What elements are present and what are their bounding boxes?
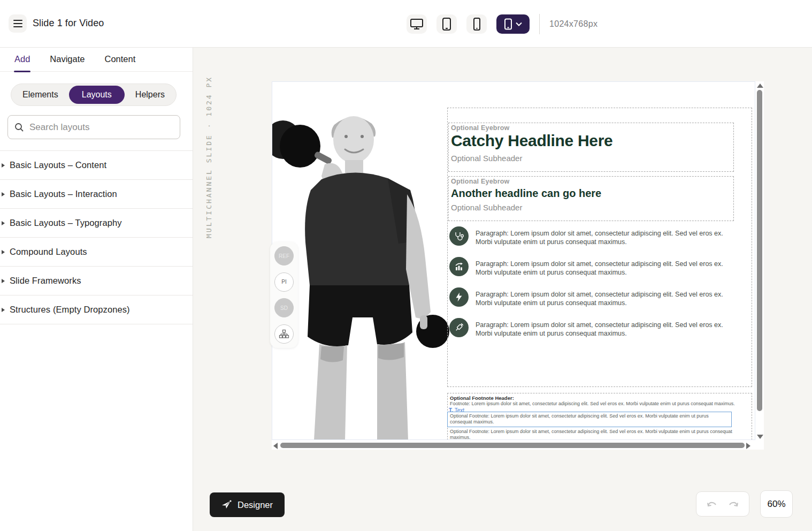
section-basic-layouts-typography[interactable]: Basic Layouts – Typography <box>0 209 193 238</box>
footnote-line[interactable]: Optional Footnote: Lorem ipsum dolor sit… <box>450 429 749 440</box>
undo-icon[interactable] <box>706 500 718 509</box>
headline-text[interactable]: Another headline can go here <box>451 187 733 200</box>
slide-side-toolbar: REF PI SD <box>270 242 298 348</box>
page-title: Slide 1 for Video <box>33 18 104 29</box>
chevron-down-icon <box>516 22 522 26</box>
section-compound-layouts[interactable]: Compound Layouts <box>0 238 193 267</box>
topbar-divider <box>539 14 540 34</box>
tab-content[interactable]: Content <box>104 54 135 65</box>
sd-button[interactable]: SD <box>274 298 294 317</box>
caret-right-icon <box>2 163 5 168</box>
subheader-text[interactable]: Optional Subheader <box>451 203 733 212</box>
tablet-icon[interactable] <box>436 14 457 34</box>
stethoscope-icon <box>449 226 469 246</box>
layout-section-list: Basic Layouts – Content Basic Layouts – … <box>0 150 193 324</box>
vertical-scrollbar[interactable] <box>757 90 762 411</box>
tablet-selected-icon <box>504 18 512 30</box>
top-bar: Slide 1 for Video 1024x768px <box>0 0 812 48</box>
category-pill-group: Elements Layouts Helpers <box>11 84 177 106</box>
paragraph-row[interactable]: Paragraph: Lorem ipsum dolor sit amet, c… <box>449 318 738 338</box>
slide-preview[interactable]: Optional Eyebrow Catchy Headline Here Op… <box>272 81 755 440</box>
slide-photo-man-with-dumbbell[interactable] <box>272 109 454 440</box>
growth-chart-icon <box>449 257 469 276</box>
search-layouts-box <box>7 115 180 139</box>
footnote-line-selected[interactable]: Optional Footnote: Lorem ipsum dolor sit… <box>447 412 732 427</box>
sidebar: Add Navigate Content Elements Layouts He… <box>0 48 193 531</box>
menu-icon[interactable] <box>9 14 27 33</box>
horizontal-scrollbar[interactable] <box>280 443 745 448</box>
paragraph-row[interactable]: Paragraph: Lorem ipsum dolor sit amet, c… <box>449 226 738 247</box>
header-block-2[interactable]: Optional Eyebrow Another headline can go… <box>448 176 734 221</box>
ref-button[interactable]: REF <box>274 246 294 266</box>
tab-add[interactable]: Add <box>14 54 30 65</box>
lightning-icon <box>449 287 469 307</box>
footnote-header[interactable]: Optional Footnote Header: <box>450 395 749 401</box>
pill-helpers[interactable]: Helpers <box>126 86 174 104</box>
caret-right-icon <box>2 221 5 225</box>
redo-icon[interactable] <box>727 500 739 509</box>
caret-right-icon <box>2 192 5 196</box>
footnote-line[interactable]: Footnote: Lorem ipsum dolor sit amet, co… <box>450 401 749 407</box>
headline-text[interactable]: Catchy Headline Here <box>451 132 733 150</box>
search-input[interactable] <box>29 122 173 133</box>
sitemap-icon[interactable] <box>274 324 294 344</box>
section-structures-empty-dropzones[interactable]: Structures (Empty Dropzones) <box>0 295 193 324</box>
paragraph-row[interactable]: Paragraph: Lorem ipsum dolor sit amet, c… <box>449 257 738 277</box>
section-slide-frameworks[interactable]: Slide Frameworks <box>0 267 193 295</box>
zoom-level-button[interactable]: 60% <box>760 490 793 518</box>
caret-right-icon <box>2 308 5 312</box>
phone-icon[interactable] <box>466 14 487 34</box>
pi-button[interactable]: PI <box>274 272 294 292</box>
subheader-text[interactable]: Optional Subheader <box>451 154 733 163</box>
device-selector-dropdown[interactable] <box>496 14 530 34</box>
canvas-size-label: 1024x768px <box>549 19 597 29</box>
canvas-area: MULTICHANNEL SLIDE · 1024 PX <box>193 48 812 531</box>
header-block-1[interactable]: Optional Eyebrow Catchy Headline Here Op… <box>448 123 734 172</box>
scroll-left-arrow[interactable] <box>273 443 278 449</box>
slide-viewport: Optional Eyebrow Catchy Headline Here Op… <box>272 81 764 450</box>
sidebar-tabs: Add Navigate Content <box>0 48 193 72</box>
paragraph-row[interactable]: Paragraph: Lorem ipsum dolor sit amet, c… <box>449 287 738 308</box>
footnote-block[interactable]: Optional Footnote Header: Footnote: Lore… <box>447 393 752 440</box>
device-preview-group: 1024x768px <box>407 14 597 34</box>
scroll-right-arrow[interactable] <box>746 443 750 449</box>
undo-redo-group <box>696 491 749 517</box>
section-basic-layouts-interaction[interactable]: Basic Layouts – Interaction <box>0 180 193 209</box>
caret-right-icon <box>2 279 5 283</box>
desktop-icon[interactable] <box>407 14 427 34</box>
eyebrow-text[interactable]: Optional Eyebrow <box>451 178 733 185</box>
tab-navigate[interactable]: Navigate <box>50 54 85 65</box>
scroll-up-arrow[interactable] <box>756 82 764 89</box>
scroll-down-arrow[interactable] <box>756 434 764 440</box>
designer-button[interactable]: Designer <box>210 492 285 517</box>
paper-plane-icon <box>221 499 232 510</box>
pill-elements[interactable]: Elements <box>13 86 68 104</box>
pill-layouts[interactable]: Layouts <box>69 86 125 104</box>
horizontal-scrollbar-track <box>272 441 764 450</box>
section-basic-layouts-content[interactable]: Basic Layouts – Content <box>0 151 193 180</box>
search-icon <box>14 123 24 132</box>
caret-right-icon <box>2 250 5 254</box>
slide-ruler-label: MULTICHANNEL SLIDE · 1024 PX <box>205 80 213 238</box>
syringe-icon <box>449 318 469 337</box>
eyebrow-text[interactable]: Optional Eyebrow <box>451 124 733 132</box>
